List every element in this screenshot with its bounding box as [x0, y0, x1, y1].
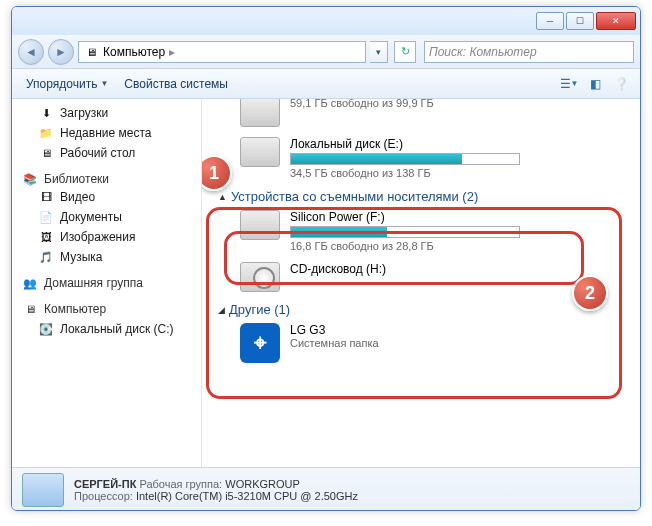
- device-label: LG G3: [290, 323, 632, 337]
- annotation-badge-2: 2: [572, 275, 608, 311]
- drive-stat: 16,8 ГБ свободно из 28,8 ГБ: [290, 240, 632, 252]
- preview-pane-button[interactable]: ◧: [582, 73, 608, 95]
- collapse-icon: ◢: [218, 305, 225, 315]
- minimize-button[interactable]: ─: [536, 12, 564, 30]
- address-box[interactable]: 🖥 Компьютер ▸: [78, 41, 366, 63]
- sidebar-item-video[interactable]: 🎞Видео: [12, 187, 201, 207]
- sidebar-item-pictures[interactable]: 🖼Изображения: [12, 227, 201, 247]
- drive-stat: 34,5 ГБ свободно из 138 ГБ: [290, 167, 632, 179]
- search-input[interactable]: Поиск: Компьютер: [424, 41, 634, 63]
- cpu-value: Intel(R) Core(TM) i5-3210M CPU @ 2.50GHz: [136, 490, 358, 502]
- breadcrumb-arrow: ▸: [169, 45, 175, 59]
- collapse-icon: ▲: [218, 192, 227, 202]
- explorer-window: ─ ☐ ✕ ◄ ► 🖥 Компьютер ▸ ▾ ↻ Поиск: Компь…: [11, 6, 641, 511]
- address-dropdown[interactable]: ▾: [370, 41, 388, 63]
- computer-name: СЕРГЕЙ-ПК: [74, 478, 136, 490]
- help-button[interactable]: ❔: [608, 73, 634, 95]
- removable-drive-icon: [240, 210, 280, 240]
- details-pane: СЕРГЕЙ-ПК Рабочая группа: WORKGROUP Проц…: [12, 467, 640, 511]
- downloads-icon: ⬇: [38, 105, 54, 121]
- window-body: ⬇Загрузки 📁Недавние места 🖥Рабочий стол …: [12, 99, 640, 467]
- address-location: Компьютер: [103, 45, 165, 59]
- maximize-button[interactable]: ☐: [566, 12, 594, 30]
- close-button[interactable]: ✕: [596, 12, 636, 30]
- device-sub: Системная папка: [290, 337, 632, 349]
- sidebar-item-desktop[interactable]: 🖥Рабочий стол: [12, 143, 201, 163]
- content-pane: 59,1 ГБ свободно из 99,9 ГБ Локальный ди…: [202, 99, 640, 467]
- organize-button[interactable]: Упорядочить▼: [18, 74, 116, 94]
- search-placeholder: Поиск: Компьютер: [429, 45, 537, 59]
- sidebar-header-homegroup[interactable]: 👥Домашняя группа: [12, 275, 201, 291]
- computer-icon: 🖥: [22, 301, 38, 317]
- nav-pane: ⬇Загрузки 📁Недавние места 🖥Рабочий стол …: [12, 99, 202, 467]
- group-other[interactable]: ◢Другие (1): [218, 302, 632, 317]
- back-button[interactable]: ◄: [18, 39, 44, 65]
- sidebar-item-documents[interactable]: 📄Документы: [12, 207, 201, 227]
- view-options-button[interactable]: ☰▼: [556, 73, 582, 95]
- address-bar: ◄ ► 🖥 Компьютер ▸ ▾ ↻ Поиск: Компьютер: [12, 35, 640, 69]
- sidebar-item-computer[interactable]: 🖥Компьютер: [16, 299, 197, 319]
- drive-stat: 59,1 ГБ свободно из 99,9 ГБ: [290, 99, 632, 109]
- hdd-icon: [240, 137, 280, 167]
- hdd-icon: [240, 99, 280, 127]
- cd-drive-icon: [240, 262, 280, 292]
- drive-partial[interactable]: 59,1 ГБ свободно из 99,9 ГБ: [240, 99, 632, 127]
- cpu-label: Процессор:: [74, 490, 133, 502]
- device-lg-g3[interactable]: ⌖ LG G3 Системная папка: [240, 323, 632, 363]
- drive-label: Silicon Power (F:): [290, 210, 632, 224]
- sidebar-item-local-disk-c[interactable]: 💽Локальный диск (C:): [12, 319, 201, 339]
- homegroup-icon: 👥: [22, 275, 38, 291]
- forward-button[interactable]: ►: [48, 39, 74, 65]
- capacity-bar: [290, 153, 520, 165]
- drive-label: CD-дисковод (H:): [290, 262, 632, 276]
- drive-e[interactable]: Локальный диск (E:) 34,5 ГБ свободно из …: [240, 137, 632, 179]
- sidebar-item-recent[interactable]: 📁Недавние места: [12, 123, 201, 143]
- computer-large-icon: [22, 473, 64, 507]
- toolbar: Упорядочить▼ Свойства системы ☰▼ ◧ ❔: [12, 69, 640, 99]
- video-icon: 🎞: [38, 189, 54, 205]
- drive-label: Локальный диск (E:): [290, 137, 632, 151]
- refresh-button[interactable]: ↻: [394, 41, 416, 63]
- system-properties-button[interactable]: Свойства системы: [116, 74, 236, 94]
- recent-icon: 📁: [38, 125, 54, 141]
- bluetooth-icon: ⌖: [240, 323, 280, 363]
- sidebar-item-downloads[interactable]: ⬇Загрузки: [12, 103, 201, 123]
- workgroup-label: Рабочая группа:: [139, 478, 222, 490]
- workgroup-value: WORKGROUP: [225, 478, 300, 490]
- annotation-badge-1: 1: [202, 155, 232, 191]
- drive-icon: 💽: [38, 321, 54, 337]
- drive-f[interactable]: Silicon Power (F:) 16,8 ГБ свободно из 2…: [240, 210, 632, 252]
- capacity-bar: [290, 226, 520, 238]
- libraries-icon: 📚: [22, 171, 38, 187]
- group-removable[interactable]: ▲Устройства со съемными носителями (2): [218, 189, 632, 204]
- computer-icon: 🖥: [83, 44, 99, 60]
- desktop-icon: 🖥: [38, 145, 54, 161]
- titlebar: ─ ☐ ✕: [12, 7, 640, 35]
- sidebar-item-music[interactable]: 🎵Музыка: [12, 247, 201, 267]
- pictures-icon: 🖼: [38, 229, 54, 245]
- music-icon: 🎵: [38, 249, 54, 265]
- documents-icon: 📄: [38, 209, 54, 225]
- sidebar-header-libraries[interactable]: 📚Библиотеки: [12, 171, 201, 187]
